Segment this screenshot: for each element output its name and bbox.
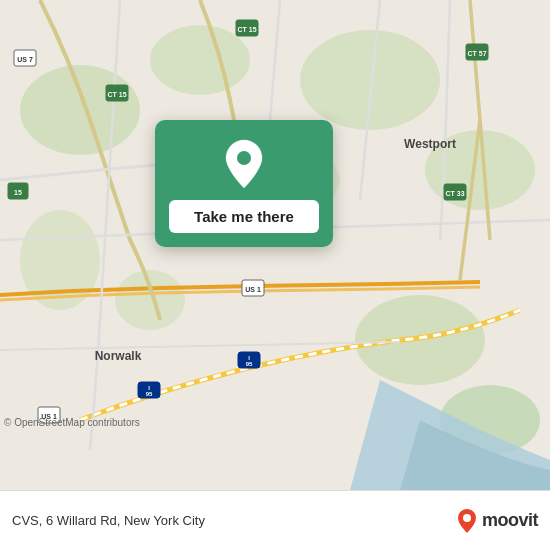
pin-icon-wrapper (218, 138, 270, 190)
svg-point-7 (115, 270, 185, 330)
location-label: CVS, 6 Willard Rd, New York City (12, 513, 205, 528)
svg-text:95: 95 (146, 391, 153, 397)
svg-text:US 1: US 1 (245, 286, 261, 293)
svg-point-35 (463, 514, 471, 522)
svg-text:95: 95 (246, 361, 253, 367)
svg-text:CT 15: CT 15 (107, 91, 126, 98)
svg-text:CT 15: CT 15 (237, 26, 256, 33)
svg-text:CT 57: CT 57 (467, 50, 486, 57)
osm-credit: © OpenStreetMap contributors (4, 417, 140, 428)
moovit-text: moovit (482, 510, 538, 531)
svg-point-2 (150, 25, 250, 95)
svg-point-34 (237, 151, 251, 165)
svg-text:Westport: Westport (404, 137, 456, 151)
svg-text:15: 15 (14, 189, 22, 196)
take-me-there-button[interactable]: Take me there (169, 200, 319, 233)
location-pin-icon (222, 138, 266, 190)
moovit-pin-icon (456, 508, 478, 534)
svg-text:Norwalk: Norwalk (95, 349, 142, 363)
svg-text:US 7: US 7 (17, 56, 33, 63)
svg-point-3 (300, 30, 440, 130)
map-container: US 7 CT 15 CT 15 CT 57 CT 33 US 1 I 95 I… (0, 0, 550, 490)
svg-text:CT 33: CT 33 (445, 190, 464, 197)
bottom-bar: CVS, 6 Willard Rd, New York City moovit (0, 490, 550, 550)
moovit-logo: moovit (456, 508, 538, 534)
location-card: Take me there (155, 120, 333, 247)
svg-point-1 (20, 65, 140, 155)
